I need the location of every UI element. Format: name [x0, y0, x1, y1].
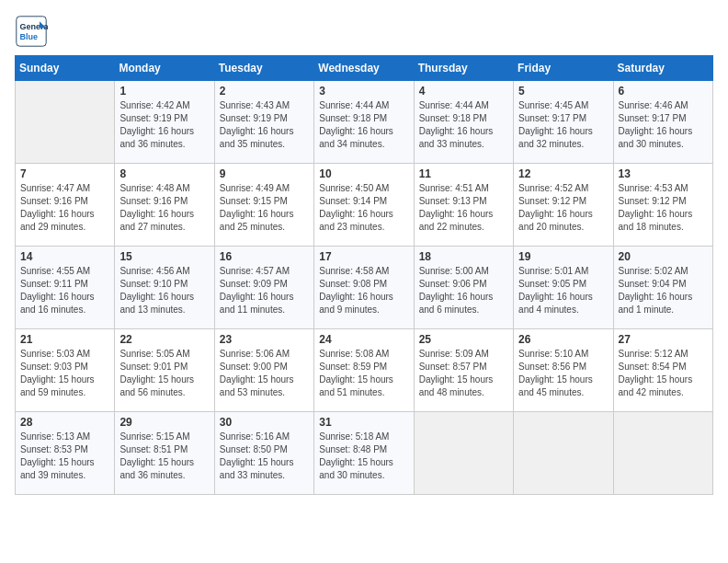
- day-info: Sunrise: 4:53 AMSunset: 9:12 PMDaylight:…: [619, 182, 708, 234]
- day-info: Sunrise: 4:47 AMSunset: 9:16 PMDaylight:…: [20, 182, 109, 234]
- day-cell: 20Sunrise: 5:02 AMSunset: 9:04 PMDayligh…: [613, 247, 712, 329]
- day-number: 26: [518, 333, 608, 346]
- day-cell: 30Sunrise: 5:16 AMSunset: 8:50 PMDayligh…: [214, 412, 313, 495]
- day-info: Sunrise: 5:05 AMSunset: 9:01 PMDaylight:…: [119, 348, 209, 399]
- week-row-4: 21Sunrise: 5:03 AMSunset: 9:03 PMDayligh…: [16, 329, 713, 412]
- day-info: Sunrise: 5:15 AMSunset: 8:51 PMDaylight:…: [119, 431, 209, 482]
- day-info: Sunrise: 5:10 AMSunset: 8:56 PMDaylight:…: [518, 348, 608, 399]
- svg-text:Blue: Blue: [19, 32, 38, 41]
- day-cell: 12Sunrise: 4:52 AMSunset: 9:12 PMDayligh…: [514, 164, 613, 247]
- day-number: 24: [319, 333, 408, 346]
- day-info: Sunrise: 5:01 AMSunset: 9:05 PMDaylight:…: [518, 265, 608, 316]
- day-cell: 26Sunrise: 5:10 AMSunset: 8:56 PMDayligh…: [514, 329, 613, 412]
- day-info: Sunrise: 4:42 AMSunset: 9:19 PMDaylight:…: [119, 99, 209, 151]
- day-number: 18: [419, 250, 508, 263]
- day-number: 16: [220, 250, 309, 263]
- day-number: 13: [619, 167, 708, 180]
- day-cell: 18Sunrise: 5:00 AMSunset: 9:06 PMDayligh…: [414, 247, 513, 329]
- day-number: 19: [518, 250, 608, 263]
- day-number: 1: [119, 85, 209, 98]
- day-info: Sunrise: 4:56 AMSunset: 9:10 PMDaylight:…: [119, 265, 209, 316]
- day-number: 31: [319, 416, 408, 429]
- day-info: Sunrise: 4:44 AMSunset: 9:18 PMDaylight:…: [419, 99, 508, 151]
- day-info: Sunrise: 4:55 AMSunset: 9:11 PMDaylight:…: [20, 265, 109, 316]
- day-cell: 15Sunrise: 4:56 AMSunset: 9:10 PMDayligh…: [115, 247, 214, 329]
- day-number: 10: [319, 167, 408, 180]
- day-number: 22: [119, 333, 209, 346]
- day-cell: 21Sunrise: 5:03 AMSunset: 9:03 PMDayligh…: [16, 329, 115, 412]
- day-number: 7: [20, 167, 109, 180]
- day-cell: 9Sunrise: 4:49 AMSunset: 9:15 PMDaylight…: [214, 164, 313, 247]
- day-cell: [613, 412, 712, 495]
- day-number: 4: [419, 85, 508, 98]
- day-number: 14: [20, 250, 109, 263]
- day-info: Sunrise: 4:51 AMSunset: 9:13 PMDaylight:…: [419, 182, 508, 234]
- day-number: 5: [518, 85, 608, 98]
- day-info: Sunrise: 4:43 AMSunset: 9:19 PMDaylight:…: [220, 99, 309, 151]
- header-tuesday: Tuesday: [214, 56, 313, 81]
- day-cell: 16Sunrise: 4:57 AMSunset: 9:09 PMDayligh…: [214, 247, 313, 329]
- day-info: Sunrise: 4:57 AMSunset: 9:09 PMDaylight:…: [220, 265, 309, 316]
- day-cell: 29Sunrise: 5:15 AMSunset: 8:51 PMDayligh…: [115, 412, 214, 495]
- day-cell: 14Sunrise: 4:55 AMSunset: 9:11 PMDayligh…: [16, 247, 115, 329]
- day-info: Sunrise: 5:09 AMSunset: 8:57 PMDaylight:…: [419, 348, 508, 399]
- week-row-2: 7Sunrise: 4:47 AMSunset: 9:16 PMDaylight…: [16, 164, 713, 247]
- day-cell: 6Sunrise: 4:46 AMSunset: 9:17 PMDaylight…: [613, 81, 712, 164]
- header-saturday: Saturday: [613, 56, 712, 81]
- day-info: Sunrise: 4:58 AMSunset: 9:08 PMDaylight:…: [319, 265, 408, 316]
- logo-icon: General Blue: [15, 15, 48, 48]
- week-row-1: 1Sunrise: 4:42 AMSunset: 9:19 PMDaylight…: [16, 81, 713, 164]
- day-cell: 5Sunrise: 4:45 AMSunset: 9:17 PMDaylight…: [514, 81, 613, 164]
- day-cell: [414, 412, 513, 495]
- logo: General Blue: [15, 15, 51, 48]
- day-cell: 28Sunrise: 5:13 AMSunset: 8:53 PMDayligh…: [16, 412, 115, 495]
- header-sunday: Sunday: [16, 56, 115, 81]
- day-info: Sunrise: 5:06 AMSunset: 9:00 PMDaylight:…: [220, 348, 309, 399]
- day-info: Sunrise: 4:48 AMSunset: 9:16 PMDaylight:…: [119, 182, 209, 234]
- day-info: Sunrise: 5:13 AMSunset: 8:53 PMDaylight:…: [20, 431, 109, 482]
- day-number: 2: [220, 85, 309, 98]
- day-cell: 31Sunrise: 5:18 AMSunset: 8:48 PMDayligh…: [314, 412, 414, 495]
- day-cell: [16, 81, 115, 164]
- day-info: Sunrise: 4:44 AMSunset: 9:18 PMDaylight:…: [319, 99, 408, 151]
- day-cell: 24Sunrise: 5:08 AMSunset: 8:59 PMDayligh…: [314, 329, 414, 412]
- day-number: 11: [419, 167, 508, 180]
- day-number: 6: [619, 85, 708, 98]
- header-friday: Friday: [514, 56, 613, 81]
- day-number: 25: [419, 333, 508, 346]
- day-cell: 1Sunrise: 4:42 AMSunset: 9:19 PMDaylight…: [115, 81, 214, 164]
- header-wednesday: Wednesday: [314, 56, 414, 81]
- day-info: Sunrise: 5:08 AMSunset: 8:59 PMDaylight:…: [319, 348, 408, 399]
- day-cell: 11Sunrise: 4:51 AMSunset: 9:13 PMDayligh…: [414, 164, 513, 247]
- day-info: Sunrise: 4:50 AMSunset: 9:14 PMDaylight:…: [319, 182, 408, 234]
- day-cell: 17Sunrise: 4:58 AMSunset: 9:08 PMDayligh…: [314, 247, 414, 329]
- day-number: 8: [119, 167, 209, 180]
- header-monday: Monday: [115, 56, 214, 81]
- day-number: 15: [119, 250, 209, 263]
- calendar-header-row: SundayMondayTuesdayWednesdayThursdayFrid…: [16, 56, 713, 81]
- day-cell: 22Sunrise: 5:05 AMSunset: 9:01 PMDayligh…: [115, 329, 214, 412]
- day-info: Sunrise: 4:49 AMSunset: 9:15 PMDaylight:…: [220, 182, 309, 234]
- day-info: Sunrise: 5:00 AMSunset: 9:06 PMDaylight:…: [419, 265, 508, 316]
- day-cell: 23Sunrise: 5:06 AMSunset: 9:00 PMDayligh…: [214, 329, 313, 412]
- day-number: 17: [319, 250, 408, 263]
- day-info: Sunrise: 4:45 AMSunset: 9:17 PMDaylight:…: [518, 99, 608, 151]
- week-row-5: 28Sunrise: 5:13 AMSunset: 8:53 PMDayligh…: [16, 412, 713, 495]
- day-cell: 3Sunrise: 4:44 AMSunset: 9:18 PMDaylight…: [314, 81, 414, 164]
- day-number: 9: [220, 167, 309, 180]
- day-number: 30: [220, 416, 309, 429]
- day-cell: 8Sunrise: 4:48 AMSunset: 9:16 PMDaylight…: [115, 164, 214, 247]
- day-cell: 27Sunrise: 5:12 AMSunset: 8:54 PMDayligh…: [613, 329, 712, 412]
- day-cell: 10Sunrise: 4:50 AMSunset: 9:14 PMDayligh…: [314, 164, 414, 247]
- calendar-table: SundayMondayTuesdayWednesdayThursdayFrid…: [15, 55, 713, 495]
- day-number: 28: [20, 416, 109, 429]
- day-number: 20: [619, 250, 708, 263]
- day-number: 27: [619, 333, 708, 346]
- week-row-3: 14Sunrise: 4:55 AMSunset: 9:11 PMDayligh…: [16, 247, 713, 329]
- day-number: 12: [518, 167, 608, 180]
- day-cell: 4Sunrise: 4:44 AMSunset: 9:18 PMDaylight…: [414, 81, 513, 164]
- day-info: Sunrise: 5:16 AMSunset: 8:50 PMDaylight:…: [220, 431, 309, 482]
- page-header: General Blue: [15, 15, 713, 48]
- day-number: 29: [119, 416, 209, 429]
- day-number: 21: [20, 333, 109, 346]
